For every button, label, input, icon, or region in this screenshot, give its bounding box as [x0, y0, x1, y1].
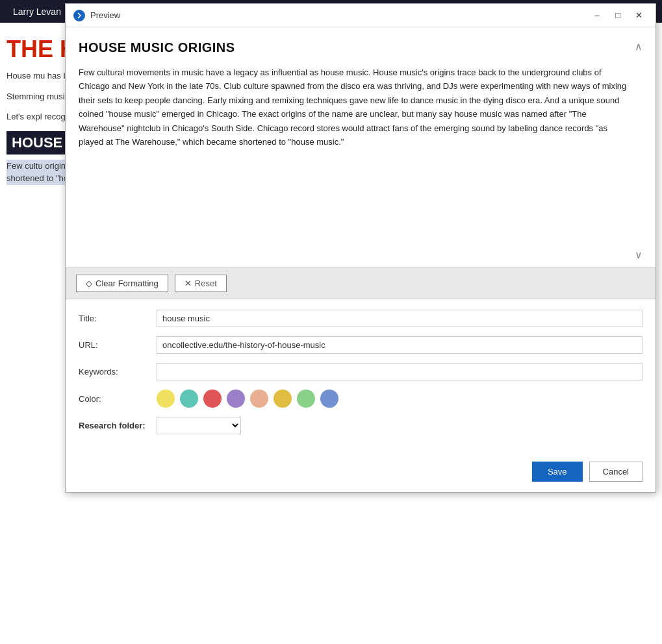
dialog-footer: Save Cancel — [66, 455, 656, 492]
color-swatch-gold[interactable] — [274, 390, 292, 408]
color-swatch-purple[interactable] — [227, 390, 245, 408]
cancel-button[interactable]: Cancel — [589, 462, 643, 482]
color-swatch-teal[interactable] — [180, 390, 198, 408]
close-button[interactable]: ✕ — [630, 8, 648, 23]
folder-label: Research folder: — [79, 421, 157, 430]
dialog-preview-content: ∧ HOUSE MUSIC ORIGINS Few cultural movem… — [66, 27, 656, 267]
color-swatch-blue[interactable] — [320, 390, 338, 408]
svg-point-0 — [75, 12, 83, 19]
color-swatch-yellow[interactable] — [157, 390, 175, 408]
keywords-label: Keywords: — [79, 367, 157, 377]
folder-select[interactable]: Option 1 Option 2 — [157, 417, 241, 434]
color-swatch-red[interactable] — [203, 390, 222, 408]
title-row: Title: — [79, 310, 643, 327]
window-controls: – □ ✕ — [588, 8, 648, 23]
bg-header-text: Larry Levan — [13, 6, 61, 17]
scroll-up-indicator: ∧ — [635, 40, 643, 53]
keywords-input[interactable] — [157, 363, 643, 380]
folder-row: Research folder: Option 1 Option 2 — [79, 417, 643, 434]
preview-area: ∧ HOUSE MUSIC ORIGINS Few cultural movem… — [79, 40, 643, 261]
clear-formatting-button[interactable]: ◇ Clear Formatting — [76, 275, 168, 292]
eraser-icon: ◇ — [86, 279, 92, 288]
minimize-button[interactable]: – — [588, 8, 606, 23]
keywords-row: Keywords: — [79, 363, 643, 380]
preview-body-text: Few cultural movements in music have a l… — [79, 66, 630, 149]
clear-formatting-label: Clear Formatting — [95, 279, 159, 288]
color-swatch-peach[interactable] — [250, 390, 268, 408]
reset-button[interactable]: ✕ Reset — [175, 275, 227, 292]
url-row: URL: — [79, 336, 643, 354]
chevron-up-icon: ∧ — [635, 41, 643, 52]
dialog-titlebar: Preview – □ ✕ — [66, 4, 656, 27]
title-input[interactable] — [157, 310, 643, 327]
reset-label: Reset — [195, 279, 217, 288]
dialog-form: Title: URL: Keywords: Color: — [66, 299, 656, 455]
color-swatch-green[interactable] — [297, 390, 315, 408]
color-swatches — [157, 390, 338, 408]
url-input[interactable] — [157, 336, 643, 354]
x-icon: ✕ — [185, 279, 192, 288]
save-button[interactable]: Save — [532, 462, 583, 482]
title-label: Title: — [79, 314, 157, 323]
color-row: Color: — [79, 390, 643, 408]
dialog-toolbar: ◇ Clear Formatting ✕ Reset — [66, 267, 656, 299]
preview-dialog: Preview – □ ✕ ∧ HOUSE MUSIC ORIGINS Few … — [65, 3, 656, 493]
chevron-down-icon: ∨ — [635, 249, 643, 260]
maximize-button[interactable]: □ — [609, 8, 627, 23]
dialog-app-icon — [73, 10, 85, 21]
url-label: URL: — [79, 340, 157, 350]
titlebar-left: Preview — [73, 10, 120, 21]
preview-document-title: HOUSE MUSIC ORIGINS — [79, 40, 630, 55]
scroll-down-indicator: ∨ — [635, 249, 643, 261]
color-label: Color: — [79, 394, 157, 404]
dialog-title: Preview — [90, 10, 120, 20]
